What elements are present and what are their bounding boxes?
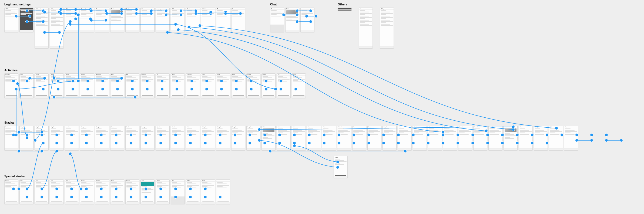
bottom-nav[interactable] xyxy=(398,148,411,150)
bottom-nav[interactable] xyxy=(141,148,154,150)
bottom-nav[interactable] xyxy=(80,96,94,98)
bottom-nav[interactable] xyxy=(126,96,139,98)
bottom-nav[interactable] xyxy=(95,148,109,150)
bottom-nav[interactable] xyxy=(156,96,169,98)
screen-frame[interactable]: Language xyxy=(156,8,170,32)
bottom-nav[interactable] xyxy=(301,30,314,32)
screen-frame[interactable]: Done xyxy=(519,126,533,151)
screen-frame[interactable]: Vehicle xyxy=(50,73,64,98)
bottom-nav[interactable] xyxy=(564,148,578,150)
bottom-nav[interactable] xyxy=(262,96,275,98)
screen-frame[interactable]: Entry xyxy=(186,126,200,151)
screen-frame[interactable]: Step 2 xyxy=(35,126,49,151)
screen-frame[interactable]: Payment xyxy=(80,73,94,98)
screen-frame[interactable]: Time xyxy=(504,126,518,151)
screen-frame[interactable] xyxy=(300,8,314,32)
bottom-nav[interactable] xyxy=(126,202,139,204)
bottom-nav[interactable] xyxy=(141,96,154,98)
bottom-nav[interactable] xyxy=(110,96,124,98)
bottom-nav[interactable] xyxy=(20,202,33,204)
bottom-nav[interactable] xyxy=(156,148,169,150)
bottom-nav[interactable] xyxy=(458,148,472,150)
screen-frame[interactable]: Activities xyxy=(4,73,18,98)
screen-frame[interactable]: Step 1 xyxy=(19,126,33,151)
bottom-nav[interactable] xyxy=(80,148,94,150)
bottom-nav[interactable] xyxy=(216,96,230,98)
screen-frame[interactable]: Notifications xyxy=(201,8,215,32)
bottom-nav[interactable] xyxy=(141,30,154,32)
bottom-nav[interactable] xyxy=(50,46,63,48)
bottom-nav[interactable] xyxy=(65,148,79,150)
screen-frame[interactable]: Type xyxy=(35,179,49,204)
prototype-canvas[interactable]: Login and settings Chat Others Activitie… xyxy=(0,0,644,214)
screen-frame[interactable]: Sort xyxy=(352,126,366,151)
screen-frame[interactable]: Create xyxy=(35,73,49,98)
screen-frame[interactable]: Pick xyxy=(19,179,33,204)
screen-frame[interactable]: Stazka xyxy=(4,126,18,151)
screen-frame[interactable]: Theme xyxy=(140,8,155,32)
screen-frame[interactable]: Scan 2 xyxy=(413,126,427,151)
screen-frame[interactable]: Entry 4 xyxy=(231,126,245,151)
bottom-nav[interactable] xyxy=(110,202,124,204)
bottom-nav[interactable] xyxy=(65,96,79,98)
bottom-nav[interactable] xyxy=(232,96,245,98)
bottom-nav[interactable] xyxy=(156,202,169,204)
screen-frame[interactable]: Card2 xyxy=(216,73,230,98)
bottom-nav[interactable] xyxy=(353,148,366,150)
screen-frame[interactable]: Form xyxy=(50,179,64,204)
bottom-nav[interactable] xyxy=(50,148,63,150)
bottom-nav[interactable] xyxy=(126,148,139,150)
screen-frame[interactable]: Scan 5 xyxy=(458,126,472,151)
screen-frame[interactable]: Cargo xyxy=(80,126,94,151)
hotspot-node[interactable] xyxy=(590,134,593,137)
screen-frame[interactable]: About xyxy=(216,8,230,32)
bottom-nav[interactable] xyxy=(201,96,215,98)
screen-frame[interactable]: Photo xyxy=(110,8,124,32)
screen-frame[interactable]: End xyxy=(564,126,578,151)
screen-frame[interactable]: Weight xyxy=(95,126,109,151)
bottom-nav[interactable] xyxy=(413,148,427,150)
screen-frame[interactable]: Password xyxy=(80,8,94,32)
bottom-nav[interactable] xyxy=(80,202,94,204)
bottom-nav[interactable] xyxy=(232,148,245,150)
hotspot-node[interactable] xyxy=(620,139,623,142)
screen-frame[interactable]: Location xyxy=(65,126,79,151)
screen-frame[interactable]: Photo xyxy=(261,126,276,151)
screen-frame[interactable]: Route xyxy=(65,73,79,98)
bottom-nav[interactable] xyxy=(186,30,200,32)
screen-frame[interactable]: List xyxy=(292,126,306,151)
screen-frame[interactable]: PIN xyxy=(171,8,185,32)
screen-frame[interactable]: Edit xyxy=(125,73,139,98)
screen-frame[interactable]: Profile xyxy=(65,8,79,32)
screen-frame[interactable]: Chat list xyxy=(270,8,284,32)
screen-frame[interactable]: Settings xyxy=(50,8,64,49)
bottom-nav[interactable] xyxy=(380,46,394,48)
bottom-nav[interactable] xyxy=(262,148,275,150)
bottom-nav[interactable] xyxy=(322,148,336,150)
screen-frame[interactable]: Receipt xyxy=(140,126,155,151)
bottom-nav[interactable] xyxy=(35,148,48,150)
bottom-nav[interactable] xyxy=(50,202,63,204)
bottom-nav[interactable] xyxy=(519,148,532,150)
screen-frame[interactable]: Company xyxy=(186,73,200,98)
bottom-nav[interactable] xyxy=(95,96,109,98)
bottom-nav[interactable] xyxy=(337,148,351,150)
bottom-nav[interactable] xyxy=(504,148,517,150)
screen-frame[interactable]: Items 2 xyxy=(125,179,139,204)
bottom-nav[interactable] xyxy=(35,96,48,98)
screen-frame[interactable]: Review xyxy=(80,179,94,204)
hotspot-node[interactable] xyxy=(605,139,608,142)
screen-frame[interactable]: Form 2 xyxy=(65,179,79,204)
screen-frame[interactable]: Check xyxy=(171,126,185,151)
bottom-nav[interactable] xyxy=(443,148,457,150)
bottom-nav[interactable] xyxy=(126,30,139,32)
screen-frame[interactable]: Popup xyxy=(334,156,348,178)
screen-frame[interactable]: Scan xyxy=(398,126,412,151)
screen-frame[interactable]: Confirm xyxy=(277,126,291,151)
bottom-nav[interactable] xyxy=(277,148,290,150)
screen-frame[interactable]: Entry 2 xyxy=(201,126,215,151)
screen-frame[interactable]: Numpad xyxy=(534,126,548,151)
bottom-nav[interactable] xyxy=(65,30,79,32)
bottom-nav[interactable] xyxy=(489,148,502,150)
screen-frame[interactable] xyxy=(19,8,33,32)
